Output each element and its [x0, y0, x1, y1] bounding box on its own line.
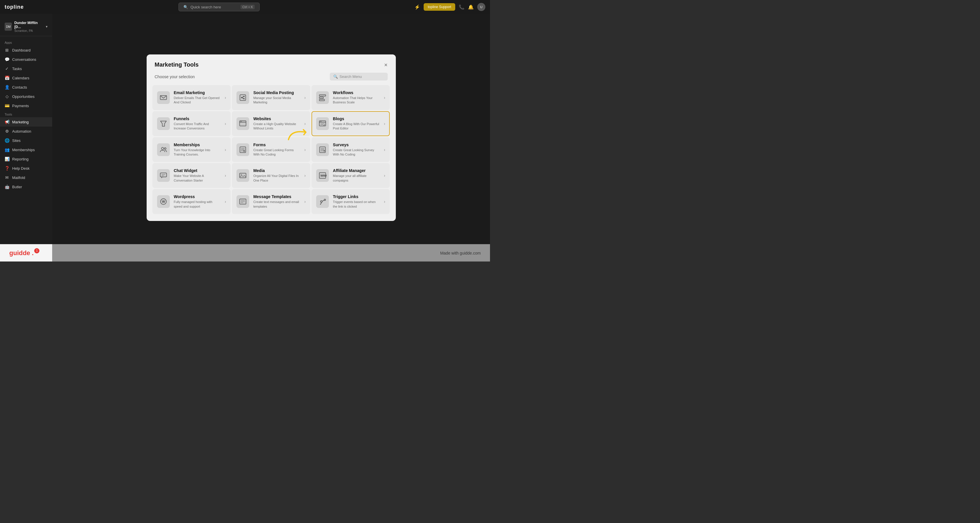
sidebar-item-tasks[interactable]: ✓ Tasks [0, 64, 52, 73]
memberships-chevron-icon: › [224, 147, 226, 152]
tool-memberships[interactable]: Memberships Turn Your Knowledge Into Tra… [153, 137, 231, 162]
modal-search[interactable]: 🔍 Search Menu [330, 73, 388, 81]
automation-icon: ⚙ [5, 129, 9, 133]
marketing-tools-modal: Marketing Tools × Choose your selection … [146, 54, 396, 221]
tool-social-media-posting[interactable]: Social Media Posting Manage your Social … [232, 85, 310, 110]
tool-forms[interactable]: Forms Create Great Looking Forms With No… [232, 137, 310, 162]
forms-chevron-icon: › [304, 147, 306, 152]
memberships-icon: 👥 [5, 147, 9, 152]
butler-icon: 🤖 [5, 184, 9, 189]
account-info: Dunder Mifflin [D... Scranton, PA [14, 21, 42, 32]
tool-email-marketing[interactable]: Email Marketing Deliver Emails That Get … [153, 85, 231, 110]
sidebar-item-butler[interactable]: 🤖 Butler [0, 182, 52, 192]
sidebar-item-contacts[interactable]: 👤 Contacts [0, 82, 52, 92]
sidebar-item-opportunities[interactable]: ◇ Opportunities [0, 92, 52, 101]
social-media-icon [237, 91, 249, 104]
email-marketing-desc: Deliver Emails That Get Opened And Click… [174, 96, 221, 105]
blogs-text: Blogs Create A Blog With Our Powerful Po… [333, 116, 380, 131]
sidebar-item-dashboard[interactable]: ⊞ Dashboard [0, 46, 52, 55]
funnels-chevron-icon: › [224, 121, 226, 126]
account-icon: DM [5, 22, 12, 31]
workflows-title: Workflows [333, 90, 380, 95]
search-icon: 🔍 [183, 5, 188, 9]
global-search[interactable]: 🔍 Quick search here Ctrl + K [178, 3, 259, 11]
tool-trigger-links[interactable]: Trigger Links Trigger events based on wh… [312, 189, 390, 214]
svg-point-15 [320, 121, 320, 122]
reporting-icon: 📊 [5, 157, 9, 161]
tool-funnels[interactable]: Funnels Convert More Traffic And Increas… [153, 111, 231, 136]
blogs-icon [316, 117, 329, 130]
svg-point-20 [164, 148, 166, 149]
sidebar-item-reporting[interactable]: 📊 Reporting [0, 154, 52, 163]
topbar: topline 🔍 Quick search here Ctrl + K ⚡ t… [0, 0, 490, 14]
sidebar-item-conversations[interactable]: 💬 Conversations [0, 55, 52, 64]
calendars-icon: 📅 [5, 76, 9, 80]
sidebar-item-label: Opportunities [12, 94, 35, 99]
svg-point-16 [321, 121, 321, 122]
sidebar-item-help-desk[interactable]: ❓ Help Desk [0, 163, 52, 173]
websites-desc: Create a High Quality Website Without Li… [253, 122, 300, 131]
sidebar: DM Dunder Mifflin [D... Scranton, PA ▾ A… [0, 14, 52, 262]
svg-rect-6 [319, 97, 323, 98]
apps-section-label: Apps [0, 38, 52, 46]
account-sub: Scranton, PA [14, 29, 42, 32]
sidebar-item-label: Sites [12, 138, 21, 143]
guidde-dot-icon: . [32, 249, 33, 257]
user-avatar[interactable]: U [477, 3, 485, 11]
help-desk-icon: ❓ [5, 166, 9, 171]
sidebar-item-marketing[interactable]: 📢 Marketing [0, 117, 52, 127]
modal-close-button[interactable]: × [384, 62, 388, 68]
guidde-brand: guidde . 1 [9, 249, 41, 257]
surveys-title: Surveys [333, 143, 380, 147]
tool-media[interactable]: Media Organize All Your Digital Files In… [232, 163, 310, 188]
affiliate-manager-desc: Manage your all affiliate compaigns [333, 174, 380, 183]
opportunities-icon: ◇ [5, 94, 9, 99]
tool-wordpress[interactable]: W Wordpress Fully managed hosting with s… [153, 189, 231, 214]
modal-overlay: Marketing Tools × Choose your selection … [52, 14, 490, 262]
tool-websites[interactable]: Websites Create a High Quality Website W… [232, 111, 310, 136]
tool-message-templates[interactable]: Message Templates Create text messages a… [232, 189, 310, 214]
tool-affiliate-manager[interactable]: www Affiliate Manager Manage your all af… [312, 163, 390, 188]
tool-workflows[interactable]: Workflows Automation That Helps Your Bus… [312, 85, 390, 110]
notification-icon[interactable]: 🔔 [468, 4, 474, 10]
tool-chat-widget[interactable]: Chat Widget Make Your Website A Conversa… [153, 163, 231, 188]
tools-section-label: Tools [0, 110, 52, 117]
support-button[interactable]: topline Support [424, 3, 455, 11]
phone-icon[interactable]: 📞 [459, 4, 465, 10]
sidebar-item-automation[interactable]: ⚙ Automation [0, 127, 52, 136]
forms-desc: Create Great Looking Forms With No Codin… [253, 148, 300, 157]
media-chevron-icon: › [304, 173, 306, 178]
account-switcher[interactable]: DM Dunder Mifflin [D... Scranton, PA ▾ [0, 17, 52, 36]
tool-blogs[interactable]: Blogs Create A Blog With Our Powerful Po… [312, 111, 390, 136]
svg-text:W: W [162, 200, 165, 203]
chat-widget-chevron-icon: › [224, 173, 226, 178]
surveys-desc: Create Great Looking Survey With No Codi… [333, 148, 380, 157]
sidebar-item-mailfold[interactable]: ✉ Mailfold [0, 173, 52, 182]
wordpress-chevron-icon: › [224, 199, 226, 204]
tools-grid: Email Marketing Deliver Emails That Get … [146, 85, 396, 221]
search-shortcut: Ctrl + K [240, 5, 255, 9]
affiliate-manager-chevron-icon: › [384, 173, 385, 178]
websites-text: Websites Create a High Quality Website W… [253, 116, 300, 131]
funnels-desc: Convert More Traffic And Increase Conver… [174, 122, 221, 131]
sidebar-item-memberships[interactable]: 👥 Memberships [0, 145, 52, 154]
lightning-icon[interactable]: ⚡ [414, 4, 420, 10]
surveys-text: Surveys Create Great Looking Survey With… [333, 143, 380, 157]
sidebar-item-sites[interactable]: 🌐 Sites [0, 136, 52, 145]
email-marketing-icon [157, 91, 170, 104]
sidebar-item-calendars[interactable]: 📅 Calendars [0, 73, 52, 82]
sites-icon: 🌐 [5, 138, 9, 143]
funnels-title: Funnels [174, 116, 221, 121]
mailfold-icon: ✉ [5, 175, 9, 180]
tool-surveys[interactable]: Surveys Create Great Looking Survey With… [312, 137, 390, 162]
svg-rect-7 [319, 99, 325, 101]
sidebar-item-payments[interactable]: 💳 Payments [0, 101, 52, 110]
svg-point-3 [243, 96, 245, 97]
sidebar-item-label: Marketing [12, 120, 29, 124]
workflows-desc: Automation That Helps Your Business Scal… [333, 96, 380, 105]
social-media-posting-title: Social Media Posting [253, 90, 300, 95]
search-icon: 🔍 [333, 74, 338, 79]
wordpress-title: Wordpress [174, 194, 221, 199]
svg-marker-8 [161, 121, 166, 126]
sidebar-item-label: Memberships [12, 148, 35, 152]
